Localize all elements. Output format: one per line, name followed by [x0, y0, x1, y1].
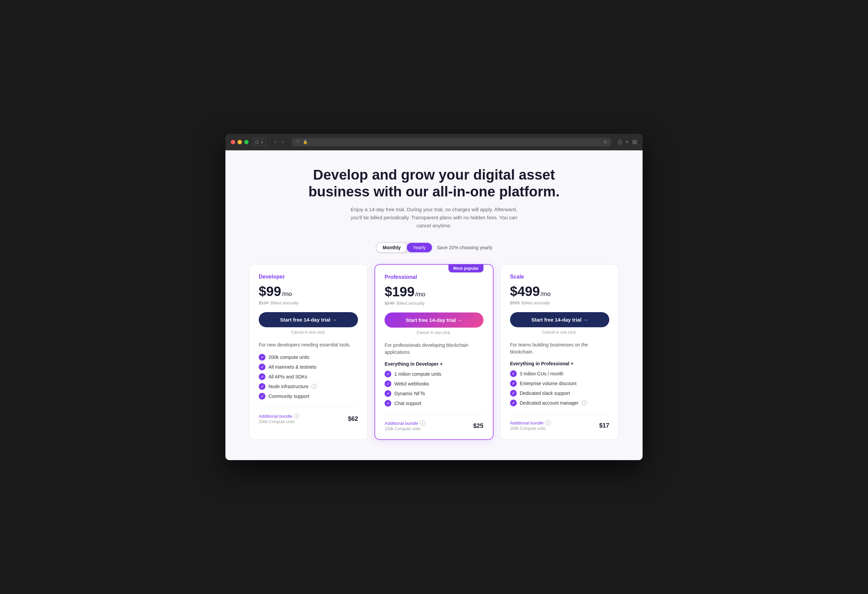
- back-button[interactable]: ‹: [273, 138, 278, 146]
- plan-price-row: $499 /mo: [510, 284, 609, 299]
- cancel-text: Cancel in one click.: [385, 330, 483, 335]
- check-icon: [510, 380, 517, 387]
- maximize-button[interactable]: [244, 140, 249, 144]
- feature-list: 1 milion compute units Web3 webhooks Dyn…: [385, 371, 483, 407]
- bundle-info: Additional bundle i 100k Compute units: [510, 420, 551, 431]
- shield-icon: 🛡: [296, 140, 300, 144]
- feature-text: 200k compute units: [269, 355, 309, 360]
- feature-item: 1 milion compute units: [385, 371, 483, 377]
- info-icon[interactable]: i: [582, 400, 587, 405]
- browser-window: ⊡ ∨ ‹ › 🛡 🔒 ↻ ⎙ + ⊞ Develop and grow you…: [226, 134, 642, 460]
- lock-icon: 🔒: [303, 140, 308, 144]
- plan-description: For professionals developing blockchain …: [385, 342, 483, 356]
- features-header: Everything in Professional +: [510, 361, 609, 366]
- feature-text: Web3 webhooks: [394, 381, 429, 386]
- yearly-toggle[interactable]: Yearly: [407, 243, 432, 252]
- bundle-desc: 100k Compute units: [259, 419, 300, 424]
- cta-button-professional[interactable]: Start free 14-day trial →: [385, 312, 483, 327]
- plan-price-period: /mo: [541, 290, 551, 298]
- browser-chrome: ⊡ ∨ ‹ › 🛡 🔒 ↻ ⎙ + ⊞: [226, 134, 642, 150]
- feature-text: All mainnets & testnets: [269, 364, 316, 370]
- plan-card-professional: Most popular Professional $199 /mo $249 …: [375, 264, 493, 440]
- bundle-price: $62: [348, 416, 358, 423]
- save-label: Save 20% choosing yearly: [437, 245, 493, 250]
- plan-name: Professional: [385, 274, 483, 280]
- check-icon: [510, 399, 517, 406]
- tab-grid-icon[interactable]: ⊞: [632, 138, 637, 146]
- plan-card-developer: Developer $99 /mo $124 Billed annually S…: [249, 264, 368, 440]
- plan-price-period: /mo: [415, 291, 425, 298]
- bundle-info-icon[interactable]: i: [545, 420, 551, 426]
- check-icon: [385, 380, 391, 387]
- check-icon: [385, 400, 391, 407]
- feature-text: Chat support: [394, 401, 421, 406]
- browser-nav-controls: ‹ ›: [273, 138, 285, 146]
- hero-section: Develop and grow your digital assetbusin…: [239, 167, 629, 230]
- address-bar[interactable]: 🛡 🔒 ↻: [292, 138, 612, 146]
- cancel-text: Cancel in one click.: [259, 330, 358, 335]
- share-icon[interactable]: ⎙: [618, 139, 622, 146]
- feature-item: All mainnets & testnets: [259, 364, 358, 370]
- feature-text: Dedicated slack support: [520, 391, 570, 396]
- plan-price-period: /mo: [282, 290, 292, 298]
- bundle-desc: 100k Compute units: [510, 426, 551, 431]
- check-icon: [510, 370, 517, 377]
- plan-billing: $249 Billed annually: [385, 301, 483, 306]
- cta-button-developer[interactable]: Start free 14-day trial →: [259, 312, 358, 327]
- plan-name: Scale: [510, 274, 609, 280]
- check-icon: [259, 383, 266, 390]
- original-price: $599: [510, 301, 520, 305]
- check-icon: [259, 354, 266, 361]
- toggle-group: Monthly Yearly: [375, 242, 433, 253]
- bundle-label: Additional bundle i: [385, 420, 425, 426]
- feature-text: All APIs and SDKs: [269, 374, 307, 379]
- info-icon[interactable]: i: [311, 384, 317, 389]
- bundle-info-icon[interactable]: i: [294, 413, 300, 419]
- check-icon: [510, 390, 517, 396]
- billing-label: Billed annually: [396, 301, 425, 306]
- check-icon: [259, 373, 266, 380]
- new-tab-icon[interactable]: +: [625, 139, 629, 146]
- feature-item: Dynamic NFTs: [385, 390, 483, 397]
- most-popular-badge: Most popular: [449, 264, 483, 273]
- feature-item: Dedicated slack support: [510, 390, 609, 396]
- features-header: Everything in Developer +: [385, 361, 483, 367]
- feature-item: Chat support: [385, 400, 483, 407]
- plan-price-amount: $199: [385, 284, 415, 299]
- billing-toggle: Monthly Yearly Save 20% choosing yearly: [239, 242, 629, 253]
- feature-item: Enterprise volume discount: [510, 380, 609, 387]
- minimize-button[interactable]: [238, 140, 242, 144]
- page-content: Develop and grow your digital assetbusin…: [226, 150, 642, 460]
- forward-button[interactable]: ›: [280, 138, 285, 146]
- cta-button-scale[interactable]: Start free 14-day trial →: [510, 312, 609, 327]
- plan-card-scale: Scale $499 /mo $599 Billed annually Star…: [500, 264, 619, 440]
- feature-item: Web3 webhooks: [385, 380, 483, 387]
- feature-text: 3 milion CUs / month: [520, 371, 564, 376]
- bundle-price: $25: [473, 423, 483, 429]
- check-icon: [259, 393, 266, 399]
- sidebar-toggle-icon[interactable]: ⊡ ∨: [252, 138, 266, 146]
- bundle-desc: 100k Compute units: [385, 426, 425, 431]
- plan-description: For teams building businesses on the blo…: [510, 341, 609, 355]
- feature-text: Community support: [269, 394, 309, 399]
- hero-title: Develop and grow your digital assetbusin…: [239, 167, 629, 200]
- plan-price-amount: $499: [510, 284, 540, 299]
- feature-item: 200k compute units: [259, 354, 358, 361]
- traffic-lights: [231, 140, 249, 144]
- feature-item: 3 milion CUs / month: [510, 370, 609, 377]
- refresh-icon[interactable]: ↻: [604, 140, 607, 144]
- close-button[interactable]: [231, 140, 235, 144]
- monthly-toggle[interactable]: Monthly: [376, 243, 407, 252]
- feature-item: Dedicated account manager i: [510, 399, 609, 406]
- original-price: $124: [259, 301, 269, 305]
- check-icon: [259, 364, 266, 370]
- bundle-info: Additional bundle i 100k Compute units: [385, 420, 425, 431]
- cancel-text: Cancel in one click.: [510, 330, 609, 335]
- additional-bundle: Additional bundle i 100k Compute units $…: [385, 415, 483, 431]
- feature-item: Community support: [259, 393, 358, 399]
- feature-text: Dynamic NFTs: [394, 391, 425, 396]
- feature-text: Node infrastructure: [269, 384, 309, 389]
- additional-bundle: Additional bundle i 100k Compute units $…: [259, 408, 358, 424]
- feature-list: 200k compute units All mainnets & testne…: [259, 354, 358, 399]
- bundle-info-icon[interactable]: i: [420, 420, 425, 426]
